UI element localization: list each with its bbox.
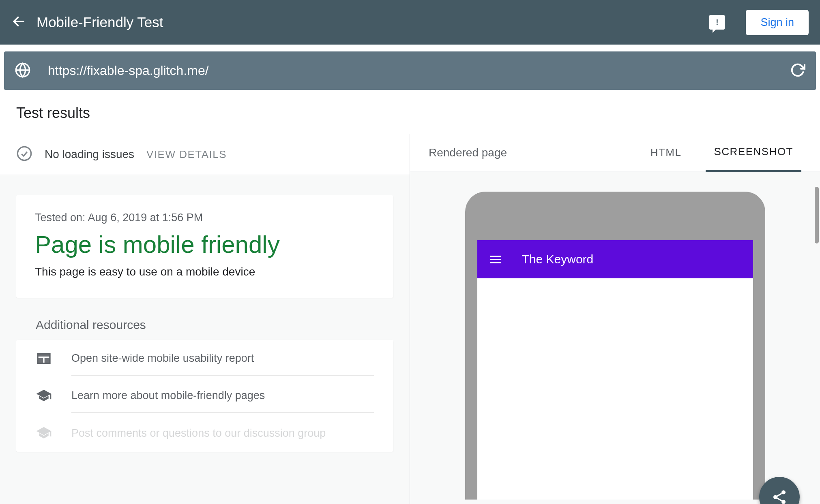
- results-title: Test results: [16, 105, 804, 122]
- tested-on-text: Tested on: Aug 6, 2019 at 1:56 PM: [35, 211, 375, 224]
- resource-item-usability-report[interactable]: Open site-wide mobile usability report: [16, 340, 393, 377]
- globe-icon: [15, 62, 31, 80]
- phone-topbar: The Keyword: [477, 240, 753, 278]
- exclamation-icon: !: [716, 18, 719, 26]
- tab-screenshot[interactable]: SCREENSHOT: [706, 145, 801, 172]
- phone-preview-area: The Keyword: [410, 171, 820, 500]
- web-layout-icon: [36, 350, 52, 367]
- resource-text: Post comments or questions to our discus…: [71, 427, 374, 440]
- phone-screen: The Keyword: [477, 240, 753, 500]
- hamburger-icon: [490, 256, 501, 263]
- check-circle-icon: [16, 145, 32, 163]
- resources-card: Open site-wide mobile usability report L…: [16, 340, 393, 452]
- scrollbar[interactable]: [815, 187, 819, 243]
- svg-point-6: [773, 495, 777, 499]
- phone-page-title: The Keyword: [522, 252, 594, 266]
- url-input[interactable]: https://fixable-spa.glitch.me/: [48, 63, 773, 78]
- result-subtitle: This page is easy to use on a mobile dev…: [35, 265, 375, 278]
- svg-point-5: [781, 490, 786, 494]
- svg-point-7: [781, 500, 786, 504]
- result-headline: Page is mobile friendly: [35, 231, 375, 258]
- resource-text: Open site-wide mobile usability report: [71, 352, 374, 365]
- resource-item-discussion[interactable]: Post comments or questions to our discus…: [16, 414, 393, 452]
- view-details-button[interactable]: VIEW DETAILS: [146, 148, 227, 161]
- phone-frame: The Keyword: [465, 192, 765, 500]
- right-panel: Rendered page HTML SCREENSHOT The Keywor…: [410, 134, 820, 504]
- left-panel: No loading issues VIEW DETAILS Tested on…: [0, 134, 410, 504]
- svg-line-8: [777, 498, 781, 501]
- additional-resources-title: Additional resources: [36, 318, 393, 332]
- right-panel-header: Rendered page HTML SCREENSHOT: [410, 134, 820, 171]
- result-card: Tested on: Aug 6, 2019 at 1:56 PM Page i…: [16, 195, 393, 298]
- resource-item-learn-more[interactable]: Learn more about mobile-friendly pages: [16, 377, 393, 414]
- resource-text: Learn more about mobile-friendly pages: [71, 389, 374, 402]
- app-header: Mobile-Friendly Test ! Sign in: [0, 0, 820, 45]
- svg-point-3: [17, 147, 31, 160]
- loading-status-row: No loading issues VIEW DETAILS: [0, 134, 410, 175]
- loading-status-text: No loading issues: [45, 148, 134, 161]
- tab-html[interactable]: HTML: [642, 146, 690, 171]
- graduation-cap-icon: [36, 425, 52, 441]
- feedback-icon[interactable]: !: [709, 15, 725, 30]
- results-header: Test results: [0, 90, 820, 134]
- rendered-page-label: Rendered page: [429, 146, 642, 159]
- reload-icon[interactable]: [790, 62, 805, 79]
- back-arrow-icon[interactable]: [11, 14, 26, 30]
- graduation-cap-icon: [36, 388, 52, 404]
- content-area: No loading issues VIEW DETAILS Tested on…: [0, 134, 820, 504]
- signin-button[interactable]: Sign in: [746, 10, 809, 35]
- svg-line-9: [777, 493, 781, 496]
- app-title: Mobile-Friendly Test: [36, 14, 699, 30]
- url-bar[interactable]: https://fixable-spa.glitch.me/: [4, 51, 816, 90]
